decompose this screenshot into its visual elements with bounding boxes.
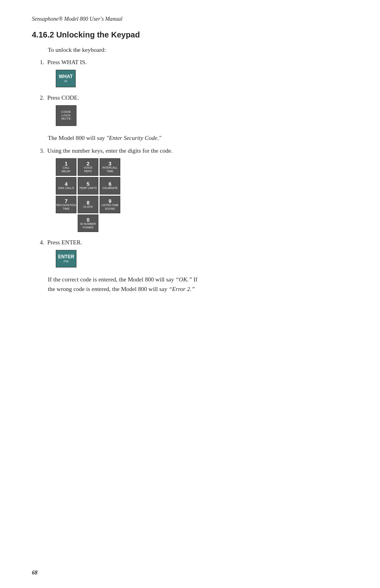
step-3-text: Using the number keys, enter the digits …: [47, 147, 173, 154]
section-title: 4.16.2 Unlocking the Keypad: [32, 30, 348, 39]
enter-button[interactable]: ENTER PM: [56, 250, 76, 267]
header-rest: Model 800 User's Manual: [63, 16, 123, 22]
page-header: Sensaphone® Model 800 User's Manual: [32, 16, 348, 22]
step-1-number: 1.: [40, 59, 44, 65]
section-number: 4.16.2: [32, 30, 54, 39]
step-1-button-container: WHAT IS: [56, 70, 348, 87]
prose-if: If: [192, 276, 198, 283]
code-line3: MUTE: [61, 117, 71, 121]
enter-sub: PM: [64, 260, 69, 264]
enter-main: ENTER: [58, 254, 74, 260]
key-7[interactable]: 7 RECOGNITIONTIME: [56, 196, 76, 213]
step-2: 2. Press CODE. CODE LOCK MUTE: [32, 94, 348, 126]
step-3-label: 3. Using the number keys, enter the digi…: [40, 147, 348, 154]
step-2-label: 2. Press CODE.: [40, 94, 348, 101]
prompt-text: The Model 800 will say "Enter Security C…: [48, 133, 348, 143]
key-0[interactable]: 0 ID NUMBERPOWER: [78, 214, 98, 232]
keypad-container: 1 CALLDELAY 2 VOICEREPS 3 INTERCALLTIME …: [56, 158, 348, 232]
number-keypad: 1 CALLDELAY 2 VOICEREPS 3 INTERCALLTIME …: [56, 158, 120, 232]
key-6[interactable]: 6 CALIBRATE: [100, 177, 120, 195]
step-4-number: 4.: [40, 239, 44, 246]
key-5[interactable]: 5 TEMP LIMITS: [78, 177, 98, 195]
key-9[interactable]: 9 LISTEN TIMESOUND: [100, 196, 120, 213]
step-1-label: 1. Press WHAT IS.: [40, 59, 348, 66]
final-prose: If the correct code is entered, the Mode…: [48, 275, 348, 294]
what-is-sub: IS: [64, 80, 67, 83]
section-heading: Unlocking the Keypad: [56, 30, 140, 39]
brand-name: Sensaphone: [32, 16, 59, 22]
key-2[interactable]: 2 VOICEREPS: [78, 158, 98, 176]
key-4[interactable]: 4 MAX CALLS: [56, 177, 76, 195]
step-4-button-container: ENTER PM: [56, 250, 348, 267]
step-1-text: Press WHAT IS.: [47, 59, 87, 65]
step-3-number: 3.: [40, 147, 44, 154]
step-2-number: 2.: [40, 94, 44, 101]
step-2-button-container: CODE LOCK MUTE: [56, 105, 348, 126]
step-2-text: Press CODE.: [47, 94, 79, 101]
step-4-text: Press ENTER.: [47, 239, 82, 246]
prompt-quote: "Enter Security Code.": [106, 135, 161, 141]
step-3: 3. Using the number keys, enter the digi…: [32, 147, 348, 232]
prose-error-quote: “Error 2.”: [169, 286, 195, 292]
step-4-label: 4. Press ENTER.: [40, 239, 348, 246]
intro-text: To unlock the keyboard:: [48, 47, 348, 53]
reg-symbol: ®: [59, 16, 63, 22]
key-1[interactable]: 1 CALLDELAY: [56, 158, 76, 176]
page-number: 68: [32, 570, 37, 576]
step-1: 1. Press WHAT IS. WHAT IS: [32, 59, 348, 87]
what-is-main: WHAT: [59, 74, 72, 79]
prose-line2-start: the wrong code is entered, the Model 800…: [48, 286, 169, 292]
code-button[interactable]: CODE LOCK MUTE: [56, 105, 76, 126]
key-8[interactable]: 8 CLOCK: [78, 196, 98, 213]
prose-ok-quote: “OK.”: [176, 276, 192, 283]
step-4: 4. Press ENTER. ENTER PM: [32, 239, 348, 267]
prose-line1-start: If the correct code is entered, the Mode…: [48, 276, 176, 283]
what-is-button[interactable]: WHAT IS: [56, 70, 76, 87]
key-3[interactable]: 3 INTERCALLTIME: [100, 158, 120, 176]
page: Sensaphone® Model 800 User's Manual 4.16…: [0, 0, 380, 588]
